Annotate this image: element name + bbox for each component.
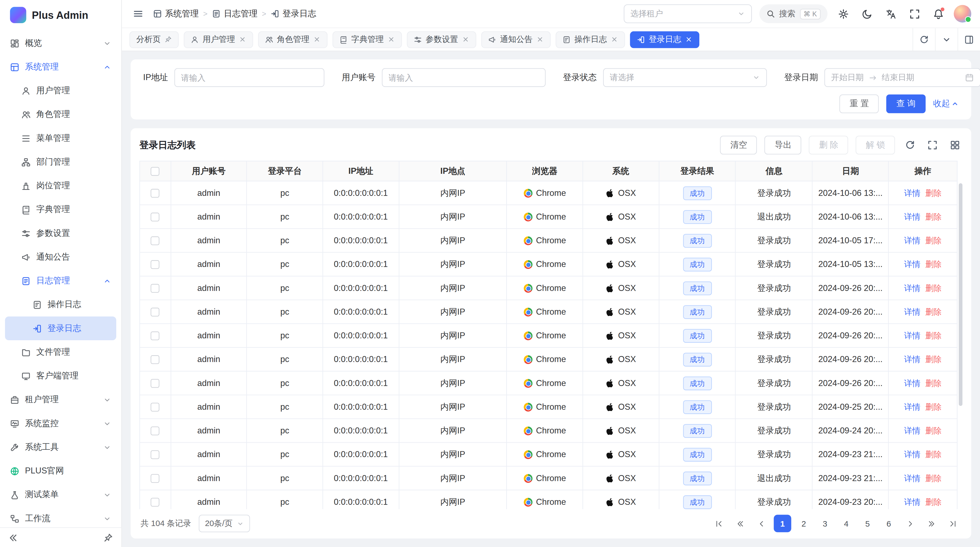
row-checkbox[interactable] <box>151 308 159 317</box>
ip-input[interactable] <box>181 73 317 82</box>
detail-link[interactable]: 详情 <box>904 283 920 292</box>
sidebar-item-1[interactable]: 系统管理 <box>5 55 116 79</box>
page-size-select[interactable]: 20条/页 <box>199 515 250 532</box>
dark-mode-toggle[interactable] <box>859 6 875 22</box>
sidebar-item-9[interactable]: 通知公告 <box>5 245 116 269</box>
row-checkbox[interactable] <box>151 356 159 364</box>
row-checkbox[interactable] <box>151 332 159 340</box>
detail-link[interactable]: 详情 <box>904 212 920 221</box>
hamburger-button[interactable] <box>130 6 146 21</box>
export-button[interactable]: 导出 <box>765 136 802 155</box>
delete-link[interactable]: 删除 <box>925 235 942 245</box>
page-button-3[interactable]: 3 <box>816 515 834 532</box>
row-checkbox[interactable] <box>151 379 159 388</box>
detail-link[interactable]: 详情 <box>904 402 920 411</box>
row-checkbox[interactable] <box>151 403 159 411</box>
delete-link[interactable]: 删除 <box>925 473 942 482</box>
detail-link[interactable]: 详情 <box>904 354 920 364</box>
fullscreen-button[interactable] <box>906 6 923 22</box>
delete-link[interactable]: 删除 <box>925 497 942 506</box>
close-icon[interactable] <box>313 36 321 43</box>
table-fullscreen-button[interactable] <box>925 137 940 153</box>
detail-link[interactable]: 详情 <box>904 259 920 269</box>
delete-link[interactable]: 删除 <box>925 212 942 221</box>
delete-link[interactable]: 删除 <box>925 378 942 388</box>
delete-link[interactable]: 删除 <box>925 450 942 459</box>
delete-link[interactable]: 删除 <box>925 283 942 292</box>
page-button-5[interactable]: 5 <box>859 515 876 532</box>
sidebar-item-6[interactable]: 岗位管理 <box>5 174 116 198</box>
sidebar-item-3[interactable]: 角色管理 <box>5 103 116 126</box>
tab-6[interactable]: 操作日志 <box>555 31 625 48</box>
sidebar-item-12[interactable]: 登录日志 <box>5 317 116 340</box>
breadcrumb-item-0[interactable]: 系统管理 <box>153 8 199 19</box>
row-checkbox[interactable] <box>151 189 159 198</box>
unlock-button[interactable]: 解 锁 <box>856 136 895 155</box>
sidebar-item-8[interactable]: 参数设置 <box>5 222 116 245</box>
next-page-button[interactable] <box>901 515 919 532</box>
detail-link[interactable]: 详情 <box>904 378 920 388</box>
sidebar-item-13[interactable]: 文件管理 <box>5 340 116 364</box>
sidebar-item-14[interactable]: 客户端管理 <box>5 364 116 388</box>
prev-page-button[interactable] <box>752 515 770 532</box>
select-all-checkbox[interactable] <box>151 167 159 176</box>
row-checkbox[interactable] <box>151 284 159 293</box>
detail-link[interactable]: 详情 <box>904 330 920 340</box>
sidebar-item-17[interactable]: 系统工具 <box>5 435 116 459</box>
sidebar-item-0[interactable]: 概览 <box>5 31 116 55</box>
detail-link[interactable]: 详情 <box>904 497 920 506</box>
sidebar-item-15[interactable]: 租户管理 <box>5 388 116 411</box>
avatar[interactable] <box>954 5 971 22</box>
refresh-table-button[interactable] <box>902 137 917 153</box>
clear-button[interactable]: 清空 <box>720 136 757 155</box>
row-checkbox[interactable] <box>151 451 159 459</box>
delete-button[interactable]: 删 除 <box>809 136 848 155</box>
pin-icon[interactable] <box>164 36 172 43</box>
tab-5[interactable]: 通知公告 <box>481 31 551 48</box>
row-checkbox[interactable] <box>151 474 159 483</box>
prev-pages-button[interactable] <box>731 515 749 532</box>
detail-link[interactable]: 详情 <box>904 235 920 245</box>
detail-link[interactable]: 详情 <box>904 473 920 482</box>
collapse-sidebar-button[interactable] <box>6 531 20 545</box>
close-icon[interactable] <box>536 36 544 43</box>
status-select[interactable]: 请选择 <box>603 68 767 87</box>
app-logo[interactable]: Plus Admin <box>0 0 121 30</box>
column-settings-button[interactable] <box>948 137 963 153</box>
sidebar-item-10[interactable]: 日志管理 <box>5 269 116 293</box>
delete-link[interactable]: 删除 <box>925 330 942 340</box>
close-icon[interactable] <box>611 36 618 43</box>
next-pages-button[interactable] <box>923 515 940 532</box>
delete-link[interactable]: 删除 <box>925 402 942 411</box>
delete-link[interactable]: 删除 <box>925 188 942 197</box>
row-checkbox[interactable] <box>151 260 159 269</box>
account-input[interactable] <box>389 73 539 82</box>
language-button[interactable] <box>883 6 899 22</box>
breadcrumb-item-2[interactable]: 登录日志 <box>270 8 316 19</box>
delete-link[interactable]: 删除 <box>925 307 942 316</box>
row-checkbox[interactable] <box>151 498 159 507</box>
collapse-filters-link[interactable]: 收起 <box>933 98 959 109</box>
notifications-button[interactable] <box>930 6 946 22</box>
sidebar-item-11[interactable]: 操作日志 <box>5 293 116 316</box>
tab-3[interactable]: 字典管理 <box>332 31 402 48</box>
sidebar-item-16[interactable]: 系统监控 <box>5 411 116 435</box>
close-icon[interactable] <box>685 36 692 43</box>
page-button-4[interactable]: 4 <box>838 515 855 532</box>
refresh-page-button[interactable] <box>913 28 935 51</box>
tab-menu-button[interactable] <box>935 28 958 51</box>
date-range-picker[interactable]: 开始日期 结束日期 <box>824 68 980 87</box>
page-button-1[interactable]: 1 <box>774 515 791 532</box>
table-scrollbar[interactable] <box>959 183 963 406</box>
last-page-button[interactable] <box>944 515 961 532</box>
sidebar-item-5[interactable]: 部门管理 <box>5 150 116 174</box>
close-icon[interactable] <box>462 36 469 43</box>
tenant-select[interactable]: 选择租户 <box>624 4 752 23</box>
pin-sidebar-button[interactable] <box>101 531 115 545</box>
settings-button[interactable] <box>835 6 851 22</box>
tab-4[interactable]: 参数设置 <box>407 31 476 48</box>
detail-link[interactable]: 详情 <box>904 426 920 435</box>
sidebar-item-19[interactable]: 测试菜单 <box>5 483 116 506</box>
sidebar-item-4[interactable]: 菜单管理 <box>5 126 116 150</box>
layout-panel-button[interactable] <box>958 28 980 51</box>
